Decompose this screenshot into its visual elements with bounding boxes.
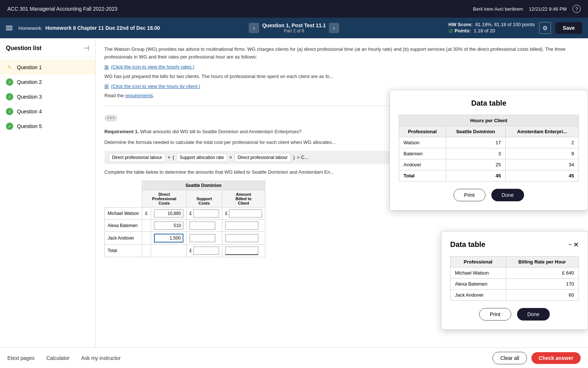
col-header-amount: AmountBilled toClient: [222, 190, 265, 207]
modal1-done-button[interactable]: Done: [491, 189, 524, 201]
row-watson-amount-symbol: £: [225, 211, 228, 216]
modal1-col-seattle: Seattle Dominion: [446, 126, 505, 137]
ellipsis-indicator: • • •: [104, 115, 117, 121]
modal1-row-watson: Watson 17 2: [399, 137, 579, 148]
hw-center: ‹ Question 1, Post Test 11.1 Part 2 of 8…: [249, 22, 339, 33]
save-button[interactable]: Save: [555, 22, 582, 34]
row-total-amount-input[interactable]: [225, 247, 258, 255]
modal2-close-button[interactable]: ✕: [573, 241, 579, 249]
modal1-batemen-amsterdam: 9: [505, 148, 578, 159]
modal2-row-watson: Michael Watson £ 640: [451, 268, 579, 279]
row-batemen-support-input[interactable]: [190, 222, 215, 230]
modal2-header: Data table − ✕: [450, 240, 579, 249]
datetime: 12/21/22 9:46 PM: [529, 6, 567, 12]
table-header-seattle: Seattle Dominion: [142, 181, 265, 190]
sidebar-question-3-label: Question 3: [17, 94, 42, 100]
hours-by-client-link[interactable]: ⊞ (Click the icon to view the hours by c…: [104, 83, 579, 89]
modal2-col-professional: Professional: [451, 256, 506, 268]
row-watson-direct-input[interactable]: [154, 209, 183, 217]
sidebar-item-question-3[interactable]: ✓ Question 3: [0, 89, 95, 104]
sidebar-item-question-1[interactable]: ✎ Question 1: [0, 60, 95, 75]
row-total-support-input[interactable]: [193, 247, 219, 255]
points-value: 1.18 of 20: [474, 28, 495, 33]
check-answer-button[interactable]: Check answer: [531, 352, 581, 364]
modal2-andover-rate: 60: [506, 290, 579, 301]
row-andover-direct-input[interactable]: [154, 234, 183, 243]
hamburger-menu[interactable]: [6, 26, 12, 30]
row-batemen-col1-symbol: [142, 219, 151, 231]
formula-op1: +: [168, 155, 171, 160]
next-question-button[interactable]: ›: [329, 23, 339, 33]
bottom-bar: Etext pages Calculator Ask my instructor…: [0, 347, 588, 368]
modal1-total-amsterdam: 45: [505, 170, 578, 181]
check-circle-q2: ✓: [6, 78, 13, 86]
data-table-modal-1: Data table Hours per Client Professional…: [390, 90, 588, 210]
sidebar-header: Question list ⊣: [0, 44, 95, 57]
table-row-batemen: Alexa Batemen: [105, 219, 265, 231]
modal2-batemen-rate: 170: [506, 279, 579, 290]
table-row-total: Total £: [105, 244, 265, 257]
modal2-andover-professional: Jack Andover: [451, 290, 506, 301]
bottom-bar-right: Clear all Check answer: [492, 352, 581, 364]
modal1-print-button[interactable]: Print: [453, 189, 485, 201]
settings-icon[interactable]: ⚙: [539, 22, 551, 34]
formula-part3: Direct professional labour: [234, 153, 291, 162]
hw-score-label: HW Score:: [448, 22, 473, 27]
collapse-sidebar-icon[interactable]: ⊣: [83, 44, 89, 52]
hw-label-group: Homework: Homework 8 Chapter 11 Due 22nd…: [18, 25, 160, 31]
part-label: Part 2 of 8: [262, 28, 326, 33]
sidebar-question-5-label: Question 5: [17, 123, 42, 129]
row-andover-col1-symbol: [142, 231, 151, 244]
modal2-print-button[interactable]: Print: [479, 308, 511, 321]
row-andover-label: Jack Andover: [105, 231, 142, 244]
data-table-modal-2: Data table − ✕ Professional Billing Rate…: [441, 231, 588, 330]
row-total-col1-symbol: [142, 244, 151, 257]
sidebar-item-question-5[interactable]: ✓ Question 5: [0, 119, 95, 134]
row-watson-amount-input[interactable]: [229, 209, 262, 217]
hw-score-value: 81.18%, 81.18 of 100 points: [475, 22, 535, 27]
sidebar-item-question-2[interactable]: ✓ Question 2: [0, 75, 95, 89]
row-andover-amount-input[interactable]: [225, 234, 258, 242]
modal1-table: Hours per Client Professional Seattle Do…: [399, 115, 579, 181]
pencil-icon: ✎: [6, 64, 13, 71]
modal2-table: Professional Billing Rate per Hour Micha…: [450, 256, 579, 301]
row-andover-support-input[interactable]: [190, 234, 215, 242]
modal2-done-button[interactable]: Done: [517, 308, 550, 321]
row-batemen-amount-input[interactable]: [225, 222, 258, 230]
calculator-link[interactable]: Calculator: [46, 355, 69, 361]
requirements-link[interactable]: requirements: [125, 93, 153, 98]
sidebar-item-question-4[interactable]: ✓ Question 4: [0, 104, 95, 119]
modal2-controls: − ✕: [569, 241, 579, 249]
clear-all-button[interactable]: Clear all: [492, 352, 527, 364]
hw-bar-left: Homework: Homework 8 Chapter 11 Due 22nd…: [6, 25, 249, 31]
hw-score-group: HW Score: 81.18%, 81.18 of 100 points ⊘ …: [448, 22, 535, 34]
modal1-andover-seattle: 25: [446, 159, 505, 170]
help-icon[interactable]: ?: [573, 5, 581, 13]
top-nav-right: Beril Irem Avci berilirem 12/21/22 9:46 …: [473, 5, 581, 13]
grid-icon-2: ⊞: [104, 83, 109, 89]
modal1-total-seattle: 45: [446, 170, 505, 181]
points-label: Points:: [455, 28, 471, 33]
ask-instructor-link[interactable]: Ask my instructor: [81, 355, 121, 361]
points-check-icon: ⊘: [448, 27, 453, 34]
formula-paren-open: (: [173, 155, 174, 160]
sidebar-question-4-label: Question 4: [17, 109, 42, 114]
hw-score-line: HW Score: 81.18%, 81.18 of 100 points: [448, 22, 535, 27]
modal2-row-andover: Jack Andover 60: [451, 290, 579, 301]
modal2-minimize-button[interactable]: −: [569, 241, 572, 249]
modal2-watson-professional: Michael Watson: [451, 268, 506, 279]
row-batemen-direct-input[interactable]: [154, 222, 183, 230]
row-batemen-label: Alexa Batemen: [105, 219, 142, 231]
etext-pages-link[interactable]: Etext pages: [7, 355, 35, 361]
modal1-total-label: Total: [399, 170, 446, 181]
modal1-andover-professional: Andover: [399, 159, 446, 170]
homework-name: Homework 8 Chapter 11 Due 22nd of Dec 18…: [45, 25, 160, 31]
homework-bar: Homework: Homework 8 Chapter 11 Due 22nd…: [0, 18, 588, 38]
course-title: ACC 301 Managerial Accounting Fall 2022-…: [7, 6, 118, 12]
row-watson-support-input[interactable]: [193, 209, 219, 217]
prev-question-button[interactable]: ‹: [249, 23, 259, 33]
hw-bar-right: HW Score: 81.18%, 81.18 of 100 points ⊘ …: [339, 22, 582, 34]
hourly-rates-link[interactable]: ⊞ (Click the icon to view the hourly rat…: [104, 64, 579, 70]
modal1-andover-amsterdam: 34: [505, 159, 578, 170]
formula-part2: Support allocation rate: [176, 153, 227, 162]
